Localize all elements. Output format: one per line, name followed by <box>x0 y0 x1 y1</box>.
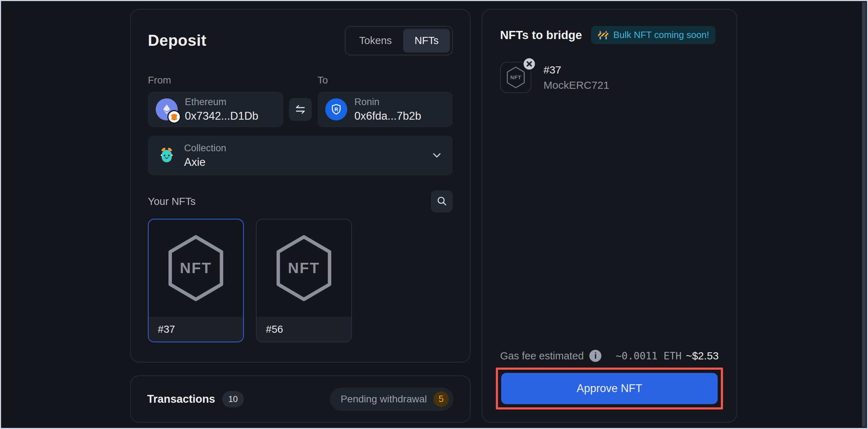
from-network-name: Ethereum <box>185 97 258 108</box>
nft-grid: NFT #37 NFT #56 <box>148 219 453 342</box>
nft-card-id: #56 <box>257 317 351 342</box>
nft-card-56[interactable]: NFT #56 <box>256 219 352 342</box>
from-column: From <box>148 75 283 127</box>
bridge-item: NFT #37 MockERC721 <box>500 62 719 93</box>
info-icon[interactable]: i <box>589 350 601 362</box>
nfts-to-bridge-panel: NFTs to bridge Bulk NFT coming soo <box>482 9 737 423</box>
nft-placeholder-text: NFT <box>288 260 320 276</box>
pending-count-badge: 5 <box>433 391 449 407</box>
to-network-info: Ronin 0x6fda...7b2b <box>354 97 421 123</box>
ethereum-network-icon <box>156 98 178 120</box>
bridge-item-id: #37 <box>543 64 609 76</box>
to-wallet-address: 0x6fda...7b2b <box>354 110 421 123</box>
from-label: From <box>148 75 283 86</box>
annotation-highlight-box: Approve NFT <box>496 368 723 409</box>
chevron-down-icon <box>430 149 444 162</box>
metamask-fox-icon <box>170 113 178 121</box>
gas-fee-usd: ~$2.53 <box>686 350 719 362</box>
nft-hexagon-icon: NFT <box>505 66 526 89</box>
bridge-item-info: #37 MockERC721 <box>543 64 609 91</box>
nft-artwork-placeholder: NFT <box>257 219 351 317</box>
page-title: Deposit <box>148 32 207 49</box>
from-wallet-address: 0x7342...D1Db <box>185 110 258 123</box>
bridge-item-collection: MockERC721 <box>543 79 609 91</box>
swap-arrows-icon <box>294 103 307 116</box>
transactions-title: Transactions <box>147 393 215 406</box>
transactions-count-badge: 10 <box>222 391 244 407</box>
construction-barrier-icon <box>598 30 609 40</box>
from-network-info: Ethereum 0x7342...D1Db <box>185 97 258 123</box>
transactions-row: Transactions 10 Pending withdrawal 5 <box>131 376 470 422</box>
collection-value: Axie <box>184 156 226 169</box>
approve-nft-button[interactable]: Approve NFT <box>501 373 718 404</box>
close-icon <box>526 61 532 67</box>
nft-hexagon-icon: NFT <box>165 234 227 303</box>
pending-withdrawal-label: Pending withdrawal <box>341 393 427 405</box>
search-button[interactable] <box>431 190 453 212</box>
swap-wrapper <box>283 98 317 121</box>
collection-label: Collection <box>184 143 226 154</box>
bulk-nft-badge: Bulk NFT coming soon! <box>591 26 716 44</box>
transactions-card[interactable]: Transactions 10 Pending withdrawal 5 <box>130 375 471 423</box>
from-network-selector[interactable]: Ethereum 0x7342...D1Db <box>148 92 283 127</box>
nft-card-id: #37 <box>149 317 243 342</box>
collection-info: Collection Axie <box>184 143 226 169</box>
your-nfts-header: Your NFTs <box>148 190 453 212</box>
route-section: From <box>148 75 453 127</box>
to-network-selector[interactable]: R Ronin 0x6fda...7b2b <box>317 92 453 127</box>
gas-fee-row: Gas fee estimated i ~0.0011 ETH ~$2.53 <box>500 350 719 362</box>
bulk-nft-badge-text: Bulk NFT coming soon! <box>613 29 709 40</box>
gas-fee-label: Gas fee estimated <box>500 350 584 362</box>
nft-hexagon-icon: NFT <box>273 234 335 303</box>
ronin-icon: R <box>325 98 347 120</box>
transactions-title-group: Transactions 10 <box>147 391 244 407</box>
to-network-name: Ronin <box>354 97 421 108</box>
nft-placeholder-text: NFT <box>510 74 521 80</box>
bridge-panel-spacer <box>500 93 719 350</box>
bridge-header: NFTs to bridge Bulk NFT coming soo <box>500 26 719 44</box>
your-nfts-label: Your NFTs <box>148 196 195 207</box>
page-scrollbar[interactable] <box>862 2 866 427</box>
collection-dropdown[interactable]: Collection Axie <box>148 136 453 175</box>
nft-placeholder-text: NFT <box>180 260 212 276</box>
bridge-item-thumbnail: NFT <box>500 62 531 93</box>
deposit-header: Deposit Tokens NFTs <box>148 26 453 55</box>
to-label: To <box>317 75 453 86</box>
deposit-card: Deposit Tokens NFTs From <box>130 9 471 363</box>
tab-tokens[interactable]: Tokens <box>348 29 403 53</box>
remove-nft-button[interactable] <box>522 57 536 71</box>
nft-artwork-placeholder: NFT <box>149 219 243 317</box>
asset-type-tabs: Tokens NFTs <box>345 26 453 55</box>
tab-nfts[interactable]: NFTs <box>403 29 450 53</box>
gas-fee-label-group: Gas fee estimated i <box>500 350 601 362</box>
gas-fee-values: ~0.0011 ETH ~$2.53 <box>616 350 719 362</box>
nft-card-37[interactable]: NFT #37 <box>148 219 244 342</box>
ronin-letter: R <box>334 107 338 112</box>
ronin-shield-icon: R <box>330 103 343 116</box>
axie-icon <box>157 146 176 165</box>
to-column: To R Ronin 0x6fda...7b2b <box>317 75 453 127</box>
swap-direction-button[interactable] <box>289 98 312 121</box>
ronin-network-icon: R <box>325 98 347 120</box>
bridge-title: NFTs to bridge <box>500 28 582 42</box>
metamask-icon <box>167 110 181 124</box>
search-icon <box>436 195 448 207</box>
pending-withdrawal-pill[interactable]: Pending withdrawal 5 <box>330 387 454 411</box>
bridge-app-page: Deposit Tokens NFTs From <box>0 0 868 429</box>
gas-fee-eth: ~0.0011 ETH <box>616 350 681 362</box>
